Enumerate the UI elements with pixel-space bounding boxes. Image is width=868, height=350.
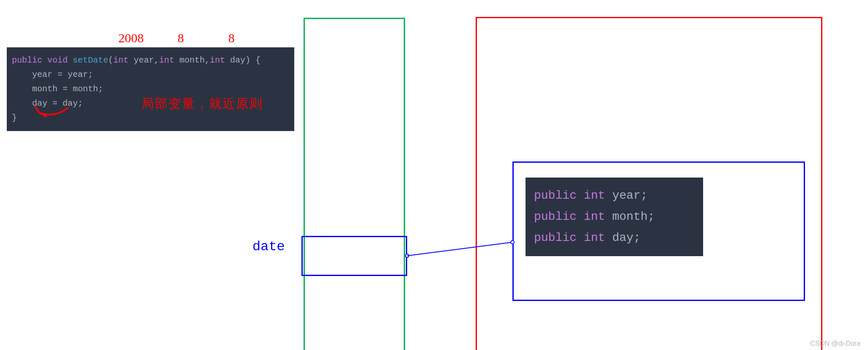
paren-open: (: [108, 55, 113, 65]
stmt-year-assign: year = year;: [32, 70, 93, 79]
code-block-setdate: public void setDate(int year,int month,i…: [7, 47, 294, 131]
keyword-public: public: [534, 210, 577, 223]
comma: ,: [154, 55, 159, 65]
reference-slot-box: [301, 236, 407, 276]
field-year: year;: [612, 189, 648, 202]
keyword-public: public: [534, 189, 577, 202]
field-day: day;: [612, 231, 641, 244]
keyword-int: int: [210, 55, 225, 65]
stmt-month-assign: month = month;: [32, 84, 103, 94]
field-month: month;: [612, 210, 655, 223]
param-month: month: [179, 55, 205, 65]
diagram-canvas: 2008 8 8 public void setDate(int year,in…: [0, 0, 868, 350]
stmt-day-assign: day = day;: [32, 98, 83, 108]
keyword-public: public: [534, 231, 577, 244]
annotation-month-value: 8: [178, 31, 184, 45]
annotation-local-variable-principle: 局部变量，就近原则: [141, 95, 263, 112]
keyword-int: int: [113, 55, 129, 65]
param-day: day: [230, 55, 245, 65]
annotation-year-value: 2008: [118, 31, 144, 45]
param-year: year: [134, 55, 154, 65]
keyword-int: int: [584, 210, 605, 223]
keyword-int: int: [159, 55, 174, 65]
keyword-int: int: [584, 231, 605, 244]
annotation-day-value: 8: [228, 31, 235, 45]
stack-memory-box: [304, 18, 405, 350]
paren-close-brace: ) {: [245, 55, 260, 65]
watermark-text: CSDN @di-Dora: [810, 340, 860, 347]
code-block-fields: public int year; public int month; publi…: [526, 178, 703, 256]
keyword-public: public: [12, 55, 42, 65]
label-date-variable: date: [252, 239, 285, 254]
brace-close: }: [12, 113, 17, 123]
keyword-void: void: [47, 55, 68, 65]
comma: ,: [205, 55, 210, 65]
function-name-setdate: setDate: [73, 55, 108, 65]
keyword-int: int: [584, 189, 605, 202]
